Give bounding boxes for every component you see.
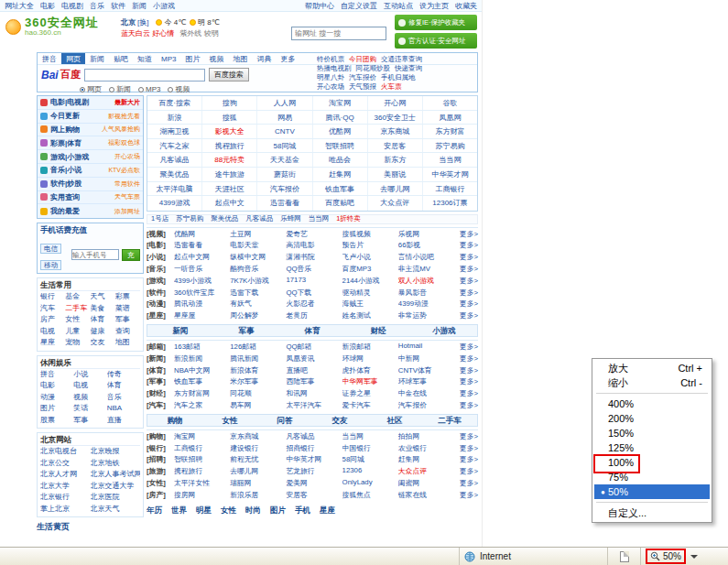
fun-link[interactable]: 电影 <box>40 380 73 392</box>
search-scope-radio[interactable]: 新闻 <box>109 84 131 94</box>
life-link[interactable]: 地图 <box>115 337 140 349</box>
category-link[interactable]: 言情小说吧 <box>398 252 454 262</box>
city-link[interactable]: 北京晚报 <box>91 446 141 458</box>
life-link[interactable]: 宠物 <box>65 337 90 349</box>
category-link[interactable]: 双人小游戏 <box>398 276 454 286</box>
topnav-link[interactable]: 电视剧 <box>61 1 83 11</box>
fun-link[interactable]: 音乐 <box>107 392 140 404</box>
site-link[interactable]: 赶集网 <box>313 168 368 181</box>
zoom-menu-item[interactable]: 50% <box>594 484 710 499</box>
site-link[interactable]: 搜狐 <box>202 111 257 125</box>
sidebar-menu-item[interactable]: 音乐|小说 KTV必点歌 <box>38 164 143 178</box>
topnav-utility-link[interactable]: 收藏夹 <box>455 1 477 11</box>
life-link[interactable]: 军事 <box>115 314 140 326</box>
site-link[interactable]: 途牛旅游 <box>202 168 257 181</box>
city-link[interactable]: 北京人才网 <box>40 469 91 481</box>
category-link[interactable]: 驱动精灵 <box>342 288 398 298</box>
hot-word-link[interactable]: 热播电视剧 <box>317 64 352 72</box>
category-header-tab[interactable]: 小游戏 <box>411 325 477 336</box>
site-link[interactable]: 网易 <box>257 111 312 125</box>
category-link[interactable]: 新浪邮箱 <box>342 342 398 352</box>
category-link[interactable]: 建设银行 <box>230 443 286 453</box>
city-link[interactable]: 北京天气 <box>91 504 141 516</box>
life-link[interactable]: 彩票 <box>115 291 140 303</box>
hot-word-link[interactable]: 开心农场 <box>317 82 344 91</box>
hot-word-link[interactable]: 天气预报 <box>349 82 376 91</box>
category-link[interactable]: 环球军事 <box>398 376 454 386</box>
hot-word-link[interactable]: 手机归属地 <box>381 73 416 81</box>
site-link[interactable]: 去哪儿网 <box>368 182 423 196</box>
more-link[interactable]: 更多> <box>454 288 478 298</box>
category-link[interactable]: 飞卢小说 <box>342 252 398 262</box>
site-link[interactable]: 安居客 <box>368 139 423 153</box>
life-link[interactable]: 儿童 <box>65 326 90 338</box>
topnav-link[interactable]: 网址大全 <box>5 1 34 11</box>
category-link[interactable]: 58同城 <box>342 454 398 464</box>
category-link[interactable]: 高清电影 <box>286 240 342 250</box>
category-link[interactable]: 腾讯动漫 <box>174 299 230 309</box>
category-link[interactable]: 智联招聘 <box>174 454 230 464</box>
category-link[interactable]: 爱卡汽车 <box>342 400 398 410</box>
hot-word-link[interactable]: 明星八卦 <box>317 73 344 81</box>
more-link[interactable]: 更多> <box>454 264 478 274</box>
footer-tab[interactable]: 女性 <box>221 505 236 516</box>
city-link[interactable]: 北京银行 <box>40 492 91 504</box>
category-header-tab[interactable]: 问答 <box>257 415 312 426</box>
life-link[interactable]: 女性 <box>65 314 90 326</box>
category-link[interactable]: 纵横中文网 <box>230 252 286 262</box>
category-link[interactable]: 爱奇艺 <box>286 229 342 239</box>
zoom-menu-item[interactable]: 缩小 Ctrl - <box>594 375 710 390</box>
category-link[interactable]: 优酷网 <box>174 229 230 239</box>
topnav-link[interactable]: 音乐 <box>90 1 104 11</box>
category-link[interactable]: 链家在线 <box>398 490 454 500</box>
category-link[interactable]: 环球网 <box>342 353 398 364</box>
city-link[interactable]: 北京人事考试网 <box>91 469 141 481</box>
category-link[interactable]: 火影忍者 <box>286 299 342 309</box>
site-link[interactable]: 苏宁易购 <box>423 139 477 153</box>
site-link[interactable]: 起点中文 <box>202 196 257 211</box>
search-scope-radio[interactable]: 视频 <box>168 84 190 94</box>
category-link[interactable]: 铁血军事 <box>174 376 230 386</box>
category-link[interactable]: 预告片 <box>342 240 398 250</box>
zoom-menu-item[interactable]: 125% <box>594 440 710 455</box>
fun-link[interactable]: 直播 <box>107 415 140 427</box>
zoom-menu-item[interactable]: 200% <box>594 411 710 426</box>
hot-word-link[interactable]: 今日团购 <box>349 55 376 63</box>
category-link[interactable]: 安居客 <box>286 490 342 500</box>
category-link[interactable]: 当当网 <box>342 431 398 441</box>
topnav-utility-link[interactable]: 设为主页 <box>419 1 449 11</box>
sidebar-menu-item[interactable]: 今日更新 影视抢先看 <box>38 110 143 124</box>
sidebar-menu-item[interactable]: 软件|炒股 常用软件 <box>38 178 143 191</box>
category-link[interactable]: 中华网军事 <box>342 376 398 386</box>
zoom-menu-item[interactable] <box>594 499 710 505</box>
life-link[interactable]: 星座 <box>40 337 65 349</box>
category-link[interactable]: 潇湘书院 <box>286 252 342 262</box>
category-link[interactable]: 12306 <box>342 466 398 476</box>
site-link[interactable]: 蘑菇街 <box>257 168 312 181</box>
promo-strip-link[interactable]: 聚美优品 <box>211 214 238 223</box>
category-link[interactable]: 新浪体育 <box>230 365 286 375</box>
search-tab[interactable]: 图片 <box>180 53 204 64</box>
search-tab[interactable]: 词典 <box>252 53 276 64</box>
more-link[interactable]: 更多> <box>454 376 478 386</box>
site-link[interactable]: 携程旅行 <box>202 139 257 153</box>
fun-link[interactable]: 体育 <box>107 380 140 392</box>
topnav-link[interactable]: 小游戏 <box>153 1 175 11</box>
category-link[interactable]: NBA中文网 <box>174 365 230 375</box>
category-link[interactable]: 新浪新闻 <box>174 353 230 364</box>
topnav-utility-link[interactable]: 帮助中心 <box>305 1 334 11</box>
city-link[interactable]: 北京交通大学 <box>91 481 141 493</box>
fun-link[interactable]: 股票 <box>40 415 73 427</box>
life-link[interactable]: 银行 <box>40 291 65 303</box>
category-link[interactable]: 赶集网 <box>398 454 454 464</box>
site-link[interactable]: 美丽说 <box>368 168 423 181</box>
category-link[interactable]: 非主流MV <box>398 264 454 274</box>
category-link[interactable]: 土豆网 <box>230 229 286 239</box>
search-tab[interactable]: 网页 <box>61 53 85 64</box>
category-link[interactable]: 汽车报价 <box>398 400 454 410</box>
search-scope-radio[interactable]: 网页 <box>80 84 102 94</box>
life-link[interactable]: 基金 <box>65 291 90 303</box>
category-link[interactable]: 证券之星 <box>342 388 398 398</box>
search-tab[interactable]: 视频 <box>204 53 228 64</box>
category-link[interactable]: 非常运势 <box>398 310 454 321</box>
